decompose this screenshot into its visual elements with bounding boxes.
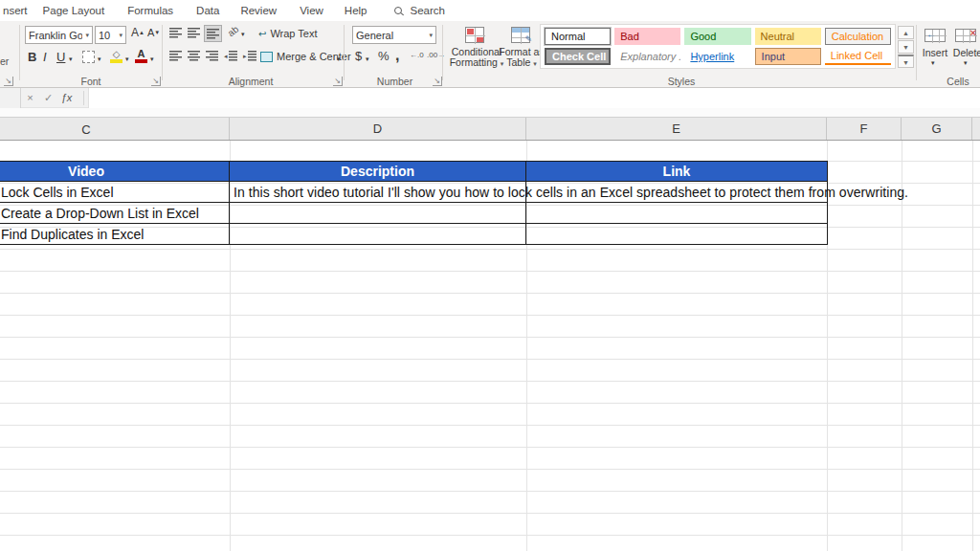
style-chip-neutral[interactable]: Neutral xyxy=(755,28,821,45)
number-format-select[interactable]: General ▾ xyxy=(352,26,436,44)
description-overflow-text: In this short video tutorial I'll show y… xyxy=(234,185,908,200)
font-color-options-arrow[interactable]: ▾ xyxy=(150,55,154,63)
delete-cells-label[interactable]: Delete xyxy=(950,47,980,58)
tab-formulas[interactable]: Formulas xyxy=(123,5,177,16)
borders-button[interactable] xyxy=(82,51,95,63)
align-center-icon xyxy=(188,51,200,61)
cell-description-2[interactable] xyxy=(230,203,526,223)
style-chip-normal[interactable]: Normal xyxy=(545,28,611,45)
bold-button[interactable]: B xyxy=(28,50,36,64)
wrap-text-button[interactable]: ↩ Wrap Text xyxy=(258,28,318,39)
name-box[interactable] xyxy=(0,88,21,108)
column-header-g[interactable]: G xyxy=(902,118,972,140)
column-header-f[interactable]: F xyxy=(827,118,902,140)
style-chip-bad[interactable]: Bad xyxy=(614,28,680,45)
orientation-options-arrow[interactable]: ▾ xyxy=(241,31,245,38)
table-row: Lock Cells in Excel In this short video … xyxy=(0,182,828,203)
fill-color-button[interactable]: ◇ xyxy=(110,49,122,63)
comma-style-button[interactable]: , xyxy=(395,47,399,64)
search-box[interactable]: Search xyxy=(394,5,445,16)
font-color-button[interactable]: A xyxy=(135,48,147,63)
table-header-video[interactable]: Video xyxy=(0,162,230,181)
style-chip-good[interactable]: Good xyxy=(684,28,750,45)
style-chip-hyperlink[interactable]: Hyperlink xyxy=(684,48,750,65)
table-row: Create a Drop-Down List in Excel xyxy=(0,203,828,224)
column-header-e[interactable]: E xyxy=(526,118,827,140)
gridline-g-h xyxy=(972,141,973,551)
tab-data[interactable]: Data xyxy=(192,5,223,16)
align-middle-icon xyxy=(188,28,200,38)
cell-description-3[interactable] xyxy=(230,224,526,244)
insert-cells-label[interactable]: Insert xyxy=(919,47,951,58)
increase-indent-button[interactable]: ▸ xyxy=(243,51,256,61)
italic-button[interactable]: I xyxy=(43,50,47,64)
delete-cells-icon: × xyxy=(955,29,976,42)
increase-font-button[interactable]: A▲ xyxy=(131,26,145,39)
align-left-button[interactable] xyxy=(169,51,182,61)
table-header-description[interactable]: Description xyxy=(230,162,526,181)
formula-bar-row: × ✓ ƒx xyxy=(0,88,980,108)
cell-video-1[interactable]: Lock Cells in Excel xyxy=(0,182,230,202)
cancel-icon[interactable]: × xyxy=(21,92,39,103)
insert-options-arrow[interactable]: ▾ xyxy=(931,59,935,67)
column-header-d[interactable]: D xyxy=(230,118,526,140)
percent-style-button[interactable]: % xyxy=(378,49,390,63)
align-center-button[interactable] xyxy=(188,51,200,61)
cell-link-2[interactable] xyxy=(526,203,828,223)
alignment-dialog-launcher[interactable]: ↘ xyxy=(333,77,343,86)
alignment-group-label: Alignment xyxy=(203,76,299,87)
cell-link-3[interactable] xyxy=(526,224,828,244)
styles-scroll-up-button[interactable]: ▲ xyxy=(898,26,914,39)
number-dialog-launcher[interactable]: ↘ xyxy=(433,77,442,86)
table-header-link[interactable]: Link xyxy=(526,162,828,181)
underline-options-arrow[interactable]: ▾ xyxy=(69,55,73,63)
font-dialog-launcher[interactable]: ↘ xyxy=(151,77,161,86)
borders-icon xyxy=(82,51,95,63)
orientation-button[interactable]: ab xyxy=(226,24,241,39)
styles-more-button[interactable]: ▼ xyxy=(898,55,914,68)
clipboard-dialog-launcher[interactable]: ↘ xyxy=(4,77,13,86)
tab-help[interactable]: Help xyxy=(341,5,371,16)
align-right-button[interactable] xyxy=(206,51,218,61)
style-chip-input[interactable]: Input xyxy=(755,48,821,65)
accounting-options-arrow[interactable]: ▾ xyxy=(366,55,369,63)
delete-cells-button[interactable]: × xyxy=(955,29,976,42)
style-chip-explanatory[interactable]: Explanatory ... xyxy=(614,48,680,65)
conditional-formatting-button[interactable] xyxy=(465,27,484,43)
tab-insert[interactable]: nsert xyxy=(0,5,32,16)
style-chip-linked-cell[interactable]: Linked Cell xyxy=(825,48,891,65)
underline-button[interactable]: U xyxy=(56,50,65,64)
cell-video-3[interactable]: Find Duplicates in Excel xyxy=(0,224,230,244)
increase-decimal-button[interactable]: ←.0 xyxy=(410,51,424,59)
search-icon xyxy=(394,7,402,14)
style-chip-check-cell[interactable]: Check Cell xyxy=(545,48,611,65)
delete-options-arrow[interactable]: ▾ xyxy=(964,59,968,67)
tab-page-layout[interactable]: Page Layout xyxy=(39,5,109,16)
decrease-indent-button[interactable]: ◂ xyxy=(224,51,237,61)
styles-scroll-down-button[interactable]: ▼ xyxy=(898,40,914,54)
cell-description-1[interactable]: In this short video tutorial I'll show y… xyxy=(230,182,526,202)
fill-color-options-arrow[interactable]: ▾ xyxy=(125,55,129,63)
tab-review[interactable]: Review xyxy=(236,5,280,16)
style-chip-calculation[interactable]: Calculation xyxy=(825,28,891,45)
decrease-font-button[interactable]: A▼ xyxy=(147,27,160,38)
formula-input[interactable] xyxy=(88,88,980,108)
font-size-select[interactable]: 10 ▾ xyxy=(95,26,126,44)
styles-group-label: Styles xyxy=(643,76,720,87)
column-header-c[interactable]: C xyxy=(0,118,230,140)
tab-view[interactable]: View xyxy=(296,5,327,16)
merge-center-options-arrow[interactable]: ▾ xyxy=(337,55,341,63)
borders-options-arrow[interactable]: ▾ xyxy=(98,55,101,63)
formula-bar-divider xyxy=(83,91,84,105)
worksheet-grid[interactable]: Video Description Link Lock Cells in Exc… xyxy=(0,141,980,551)
align-bottom-button[interactable] xyxy=(205,26,221,41)
cell-video-2[interactable]: Create a Drop-Down List in Excel xyxy=(0,203,230,223)
font-name-select[interactable]: Franklin Gothic E ▾ xyxy=(25,26,93,44)
align-middle-button[interactable] xyxy=(188,28,200,38)
insert-cells-button[interactable]: ← xyxy=(924,29,946,42)
accounting-format-button[interactable]: $ xyxy=(355,49,362,63)
format-as-table-button[interactable]: ✎ xyxy=(511,27,530,43)
enter-icon[interactable]: ✓ xyxy=(39,92,57,104)
align-top-button[interactable] xyxy=(169,28,182,38)
insert-function-icon[interactable]: ƒx xyxy=(57,92,76,103)
